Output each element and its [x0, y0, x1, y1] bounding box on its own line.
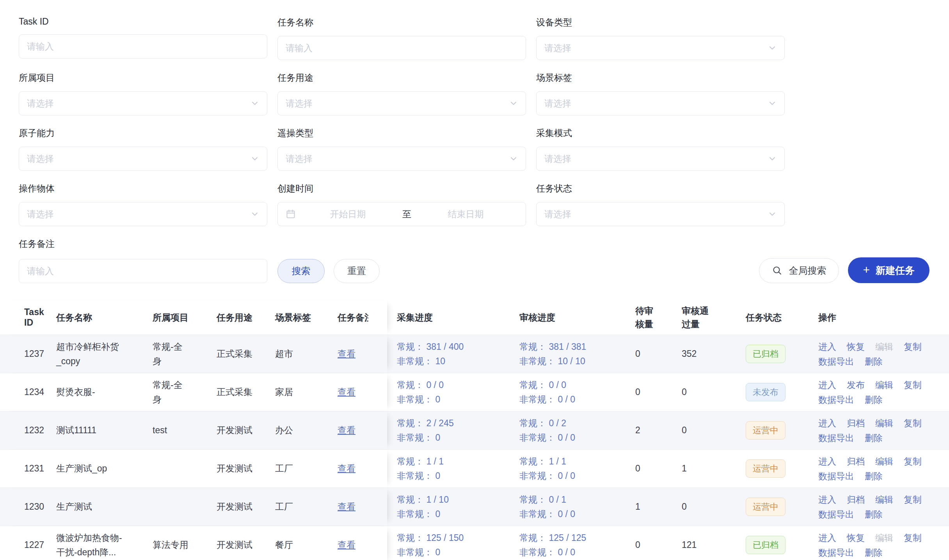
- action-link[interactable]: 复制: [904, 454, 922, 469]
- cell-approved-count: 121: [668, 540, 726, 550]
- filter-label: 遥操类型: [277, 127, 526, 139]
- action-link[interactable]: 进入: [818, 454, 836, 469]
- action-link[interactable]: 进入: [818, 377, 836, 392]
- action-link[interactable]: 删除: [865, 392, 883, 407]
- action-link[interactable]: 复制: [904, 530, 922, 545]
- chevron-down-icon: [768, 210, 777, 218]
- cell-note: 查看: [332, 348, 368, 360]
- action-link[interactable]: 删除: [865, 469, 883, 484]
- chevron-down-icon: [509, 154, 518, 163]
- teleop-type-select[interactable]: 请选择: [277, 147, 526, 171]
- purpose-select[interactable]: 请选择: [277, 91, 526, 115]
- action-link[interactable]: 数据导出: [818, 507, 854, 522]
- action-link[interactable]: 归档: [847, 416, 865, 431]
- action-link[interactable]: 数据导出: [818, 431, 854, 445]
- cell-review-progress: 常规： 381 / 381非常规： 10 / 10: [508, 340, 625, 369]
- view-note-link[interactable]: 查看: [338, 348, 355, 360]
- select-placeholder: 请选择: [27, 208, 54, 220]
- cell-pending-count: 0: [625, 540, 668, 550]
- action-link[interactable]: 复制: [904, 416, 922, 431]
- cell-approved-count: 0: [668, 502, 726, 512]
- reset-button[interactable]: 重置: [334, 259, 380, 283]
- header-approved-count: 审核通过量: [668, 304, 726, 331]
- end-date-placeholder[interactable]: 结束日期: [414, 208, 518, 220]
- cell-collect-progress: 常规： 2 / 245非常规： 0: [387, 416, 508, 445]
- status-badge: 运营中: [746, 459, 786, 478]
- action-link[interactable]: 复制: [904, 377, 922, 392]
- action-link[interactable]: 进入: [818, 492, 836, 507]
- filter-label: 任务用途: [277, 72, 526, 84]
- action-link[interactable]: 复制: [904, 339, 922, 354]
- start-date-placeholder[interactable]: 开始日期: [296, 208, 400, 220]
- table-row: 1227 微波炉加热食物-干扰-depth降... 算法专用 开发测试 餐厅 查…: [0, 526, 949, 560]
- action-link[interactable]: 删除: [865, 507, 883, 522]
- task-name-input[interactable]: [286, 43, 518, 53]
- action-link[interactable]: 进入: [818, 530, 836, 545]
- action-link[interactable]: 删除: [865, 354, 883, 369]
- action-link[interactable]: 进入: [818, 416, 836, 431]
- action-link[interactable]: 复制: [904, 492, 922, 507]
- action-link[interactable]: 归档: [847, 454, 865, 469]
- cell-task-status: 已归档: [726, 345, 803, 363]
- view-note-link[interactable]: 查看: [338, 386, 355, 398]
- search-button[interactable]: 搜索: [277, 259, 325, 283]
- select-placeholder: 请选择: [544, 97, 571, 110]
- collect-mode-select[interactable]: 请选择: [536, 147, 785, 171]
- select-placeholder: 请选择: [286, 153, 313, 165]
- header-actions: 操作: [803, 312, 949, 324]
- table-body: 1237 超市冷鲜柜补货_copy 常规-全身 正式采集 超市 查看 常规： 3…: [0, 335, 949, 560]
- view-note-link[interactable]: 查看: [338, 463, 355, 475]
- action-link[interactable]: 发布: [847, 377, 865, 392]
- scene-tag-select[interactable]: 请选择: [536, 91, 785, 115]
- view-note-link[interactable]: 查看: [338, 501, 355, 513]
- action-link[interactable]: 删除: [865, 545, 883, 560]
- object-select[interactable]: 请选择: [19, 202, 267, 226]
- cell-pending-count: 0: [625, 349, 668, 359]
- action-link[interactable]: 进入: [818, 339, 836, 354]
- create-task-button[interactable]: + 新建任务: [848, 257, 929, 283]
- task-id-input[interactable]: [27, 41, 259, 52]
- cell-task-name: 生产测试_op: [52, 461, 147, 476]
- action-link[interactable]: 编辑: [875, 377, 893, 392]
- task-status-select[interactable]: 请选择: [536, 202, 785, 226]
- project-select[interactable]: 请选择: [19, 91, 267, 115]
- cell-scene: 工厂: [270, 463, 332, 475]
- action-link[interactable]: 删除: [865, 431, 883, 445]
- cell-collect-progress: 常规： 381 / 400非常规： 10: [387, 340, 508, 369]
- chevron-down-icon: [768, 154, 777, 163]
- device-type-select[interactable]: 请选择: [536, 36, 785, 60]
- atomic-ability-select[interactable]: 请选择: [19, 147, 267, 171]
- header-purpose: 任务用途: [211, 312, 270, 324]
- action-link[interactable]: 数据导出: [818, 354, 854, 369]
- status-badge: 已归档: [746, 536, 786, 554]
- cell-scene: 家居: [270, 386, 332, 398]
- action-link[interactable]: 数据导出: [818, 545, 854, 560]
- filter-label: 采集模式: [536, 127, 785, 139]
- status-badge: 运营中: [746, 498, 786, 516]
- cell-actions: 进入归档编辑复制数据导出删除: [803, 492, 949, 522]
- task-table: Task ID 任务名称 所属项目 任务用途 场景标签 任务备注 采集进度 审核…: [0, 300, 949, 560]
- cell-review-progress: 常规： 0 / 1非常规： 0 / 0: [508, 493, 625, 521]
- action-link[interactable]: 编辑: [875, 492, 893, 507]
- global-search-button[interactable]: 全局搜索: [759, 258, 839, 283]
- action-link[interactable]: 恢复: [847, 530, 865, 545]
- filter-label-note: 任务备注: [19, 238, 929, 250]
- action-link[interactable]: 归档: [847, 492, 865, 507]
- filter-label: 所属项目: [19, 72, 267, 84]
- create-time-range-picker[interactable]: 开始日期 至 结束日期: [277, 202, 526, 226]
- view-note-link[interactable]: 查看: [338, 424, 355, 436]
- create-task-label: 新建任务: [876, 264, 915, 277]
- cell-purpose: 正式采集: [211, 386, 270, 398]
- filter-teleop-type: 遥操类型 请选择: [277, 127, 526, 170]
- action-link[interactable]: 编辑: [875, 454, 893, 469]
- filter-label: 场景标签: [536, 72, 785, 84]
- filter-collect-mode: 采集模式 请选择: [536, 127, 785, 170]
- cell-task-status: 运营中: [726, 421, 803, 439]
- view-note-link[interactable]: 查看: [338, 539, 355, 551]
- action-link[interactable]: 数据导出: [818, 469, 854, 484]
- action-link[interactable]: 编辑: [875, 416, 893, 431]
- header-collect-progress: 采集进度: [387, 312, 508, 324]
- action-link[interactable]: 数据导出: [818, 392, 854, 407]
- task-note-input[interactable]: [27, 266, 259, 276]
- action-link[interactable]: 恢复: [847, 339, 865, 354]
